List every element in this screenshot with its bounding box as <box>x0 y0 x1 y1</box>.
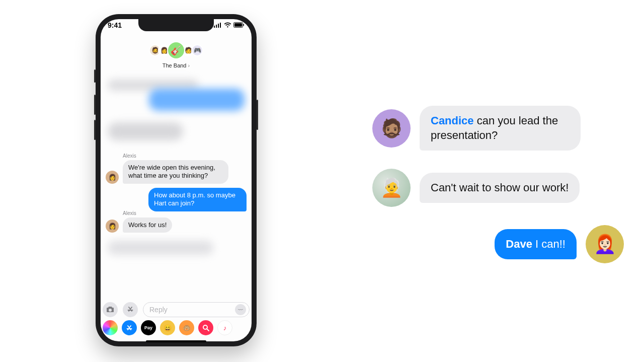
reply-input[interactable]: Reply 〰 <box>143 302 250 317</box>
volume-down-button[interactable] <box>94 120 96 140</box>
dictation-button[interactable]: 〰 <box>235 304 246 315</box>
svg-rect-1 <box>216 25 217 28</box>
conversation-name[interactable]: The Band › <box>101 62 252 68</box>
blurred-message <box>108 122 183 140</box>
status-bar: 9:41 <box>96 21 257 29</box>
message-incoming: Alexis 👩 Works for us! <box>106 218 172 233</box>
music-app-icon[interactable]: ♪ <box>217 320 232 335</box>
chevron-right-icon: › <box>188 62 190 68</box>
group-avatar-cluster: 🧔 👩 🎸 🧑 🎮 <box>101 41 252 59</box>
blurred-message <box>149 89 245 111</box>
feature-chat-overlay: 🧔🏽 Candice can you lead the presentation… <box>372 106 624 281</box>
reply-placeholder: Reply <box>149 306 168 314</box>
message-bubble-large: Dave I can!! <box>495 229 577 260</box>
app-store-button[interactable] <box>123 302 138 317</box>
power-button[interactable] <box>257 100 258 130</box>
message-bubble[interactable]: Works for us! <box>123 218 172 233</box>
waveform-icon: 〰 <box>238 307 243 313</box>
status-time: 9:41 <box>108 21 122 29</box>
camera-icon <box>106 306 114 314</box>
svg-line-8 <box>207 329 209 331</box>
sender-avatar[interactable]: 👩 <box>106 171 119 184</box>
signal-icon <box>214 21 222 29</box>
photos-app-icon[interactable] <box>103 320 118 335</box>
avatar-memoji: 👩🏻‍🦰 <box>586 225 624 263</box>
camera-button[interactable] <box>103 302 118 317</box>
message-incoming: Alexis 👩 We're wide open this evening, w… <box>106 160 228 184</box>
mention: Dave <box>506 238 532 250</box>
iphone-frame: 9:41 🧔 👩 🎸 🧑 🎮 The Band › <box>96 14 257 346</box>
appstore-app-icon[interactable] <box>122 320 137 335</box>
battery-icon <box>233 21 245 29</box>
svg-rect-6 <box>244 24 245 26</box>
message-bubble-large: Can't wait to show our work! <box>420 173 580 203</box>
message-outgoing: How about 8 p.m. so maybe Hart can join? <box>148 188 247 211</box>
appstore-icon <box>127 306 134 314</box>
search-app-icon[interactable] <box>198 320 213 335</box>
wifi-icon <box>224 21 231 29</box>
mention: Candice <box>431 114 474 127</box>
silence-switch[interactable] <box>94 69 96 83</box>
volume-up-button[interactable] <box>94 95 96 115</box>
memoji-app-icon[interactable]: 😄 <box>160 320 175 335</box>
svg-rect-2 <box>218 24 219 28</box>
group-name-label: The Band <box>163 62 187 68</box>
apple-pay-app-icon[interactable]: Pay <box>141 320 156 335</box>
avatar-photo: 🧑‍🦳 <box>372 169 411 207</box>
imessage-app-drawer[interactable]: Pay 😄 🐵 ♪ <box>103 320 250 335</box>
blurred-message <box>108 241 213 255</box>
message-bubble[interactable]: We're wide open this evening, what time … <box>123 160 228 184</box>
conversation-header[interactable]: 🧔 👩 🎸 🧑 🎮 The Band › <box>101 38 252 68</box>
message-incoming-large: 🧑‍🦳 Can't wait to show our work! <box>372 169 624 207</box>
message-incoming-large: 🧔🏽 Candice can you lead the presentation… <box>372 106 624 151</box>
message-input-bar: Reply 〰 <box>103 302 250 317</box>
sender-avatar[interactable]: 👩 <box>106 220 119 233</box>
message-outgoing-large: 👩🏻‍🦰 Dave I can!! <box>372 225 624 263</box>
message-bubble[interactable]: How about 8 p.m. so maybe Hart can join? <box>148 188 247 211</box>
message-bubble-large: Candice can you lead the presentation? <box>420 106 581 151</box>
sender-label: Alexis <box>123 153 136 159</box>
message-text: I can!! <box>532 238 566 250</box>
apple-pay-label: Pay <box>144 325 152 330</box>
svg-rect-0 <box>214 26 215 28</box>
stickers-app-icon[interactable]: 🐵 <box>179 320 194 335</box>
avatar-memoji: 🧔🏽 <box>372 109 411 148</box>
svg-rect-3 <box>220 23 221 28</box>
svg-rect-5 <box>234 23 242 27</box>
home-indicator[interactable] <box>146 340 206 342</box>
sender-label: Alexis <box>123 210 136 216</box>
